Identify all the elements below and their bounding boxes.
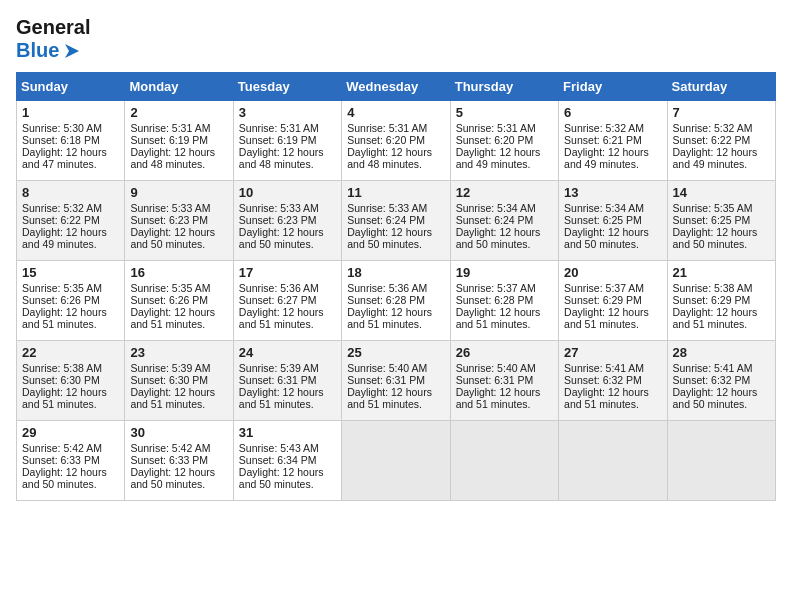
day-info-line: Sunrise: 5:31 AM (456, 122, 553, 134)
weekday-header-row: SundayMondayTuesdayWednesdayThursdayFrid… (17, 73, 776, 101)
day-info-line: and 51 minutes. (130, 318, 227, 330)
day-info-line: Daylight: 12 hours (130, 466, 227, 478)
day-number: 4 (347, 105, 444, 120)
day-info-line: Sunset: 6:25 PM (673, 214, 770, 226)
day-info-line: Daylight: 12 hours (22, 386, 119, 398)
day-number: 27 (564, 345, 661, 360)
day-info-line: Sunset: 6:22 PM (673, 134, 770, 146)
calendar-week-row: 29Sunrise: 5:42 AMSunset: 6:33 PMDayligh… (17, 421, 776, 501)
calendar-cell: 6Sunrise: 5:32 AMSunset: 6:21 PMDaylight… (559, 101, 667, 181)
calendar-cell: 25Sunrise: 5:40 AMSunset: 6:31 PMDayligh… (342, 341, 450, 421)
day-number: 8 (22, 185, 119, 200)
day-info-line: Daylight: 12 hours (239, 226, 336, 238)
day-info-line: and 50 minutes. (456, 238, 553, 250)
day-info-line: Daylight: 12 hours (673, 146, 770, 158)
day-info-line: Daylight: 12 hours (456, 386, 553, 398)
day-info-line: Daylight: 12 hours (347, 306, 444, 318)
day-info-line: Sunrise: 5:39 AM (130, 362, 227, 374)
logo-text-block: General Blue (16, 16, 90, 62)
day-info-line: and 51 minutes. (456, 318, 553, 330)
day-info-line: Daylight: 12 hours (673, 306, 770, 318)
day-info-line: Daylight: 12 hours (564, 386, 661, 398)
day-info-line: and 51 minutes. (564, 318, 661, 330)
day-info-line: Daylight: 12 hours (22, 226, 119, 238)
day-info-line: Sunset: 6:19 PM (130, 134, 227, 146)
day-number: 28 (673, 345, 770, 360)
day-info-line: Daylight: 12 hours (130, 146, 227, 158)
day-info-line: Sunset: 6:26 PM (22, 294, 119, 306)
logo-arrow-icon (61, 40, 83, 62)
day-number: 10 (239, 185, 336, 200)
day-info-line: Daylight: 12 hours (456, 146, 553, 158)
day-info-line: Sunrise: 5:41 AM (673, 362, 770, 374)
day-info-line: Sunrise: 5:42 AM (130, 442, 227, 454)
day-number: 22 (22, 345, 119, 360)
day-info-line: and 50 minutes. (347, 238, 444, 250)
logo-blue: Blue (16, 39, 83, 62)
calendar-cell (559, 421, 667, 501)
day-info-line: Sunset: 6:24 PM (347, 214, 444, 226)
day-number: 30 (130, 425, 227, 440)
calendar-week-row: 8Sunrise: 5:32 AMSunset: 6:22 PMDaylight… (17, 181, 776, 261)
calendar-cell: 8Sunrise: 5:32 AMSunset: 6:22 PMDaylight… (17, 181, 125, 261)
day-info-line: Sunrise: 5:35 AM (130, 282, 227, 294)
day-info-line: Sunrise: 5:36 AM (239, 282, 336, 294)
weekday-header-saturday: Saturday (667, 73, 775, 101)
calendar-cell: 31Sunrise: 5:43 AMSunset: 6:34 PMDayligh… (233, 421, 341, 501)
calendar-cell: 18Sunrise: 5:36 AMSunset: 6:28 PMDayligh… (342, 261, 450, 341)
day-info-line: and 51 minutes. (564, 398, 661, 410)
day-info-line: Sunset: 6:32 PM (564, 374, 661, 386)
day-info-line: and 50 minutes. (239, 238, 336, 250)
day-number: 2 (130, 105, 227, 120)
calendar-cell: 2Sunrise: 5:31 AMSunset: 6:19 PMDaylight… (125, 101, 233, 181)
day-info-line: Sunset: 6:30 PM (22, 374, 119, 386)
calendar-cell (450, 421, 558, 501)
calendar-cell: 26Sunrise: 5:40 AMSunset: 6:31 PMDayligh… (450, 341, 558, 421)
day-info-line: Sunrise: 5:37 AM (456, 282, 553, 294)
day-info-line: Sunset: 6:33 PM (22, 454, 119, 466)
day-number: 14 (673, 185, 770, 200)
day-info-line: Daylight: 12 hours (673, 386, 770, 398)
calendar-cell: 12Sunrise: 5:34 AMSunset: 6:24 PMDayligh… (450, 181, 558, 261)
day-info-line: Sunrise: 5:39 AM (239, 362, 336, 374)
day-info-line: Sunrise: 5:31 AM (347, 122, 444, 134)
calendar-cell (667, 421, 775, 501)
day-info-line: Daylight: 12 hours (456, 306, 553, 318)
calendar-cell: 11Sunrise: 5:33 AMSunset: 6:24 PMDayligh… (342, 181, 450, 261)
calendar-week-row: 1Sunrise: 5:30 AMSunset: 6:18 PMDaylight… (17, 101, 776, 181)
day-number: 18 (347, 265, 444, 280)
day-info-line: Daylight: 12 hours (239, 146, 336, 158)
day-info-line: Daylight: 12 hours (239, 306, 336, 318)
weekday-header-wednesday: Wednesday (342, 73, 450, 101)
calendar-cell: 29Sunrise: 5:42 AMSunset: 6:33 PMDayligh… (17, 421, 125, 501)
day-info-line: Sunset: 6:29 PM (564, 294, 661, 306)
day-info-line: Sunset: 6:20 PM (456, 134, 553, 146)
calendar-cell: 15Sunrise: 5:35 AMSunset: 6:26 PMDayligh… (17, 261, 125, 341)
day-info-line: and 49 minutes. (22, 238, 119, 250)
day-info-line: Daylight: 12 hours (347, 226, 444, 238)
day-info-line: Daylight: 12 hours (347, 386, 444, 398)
calendar-cell: 22Sunrise: 5:38 AMSunset: 6:30 PMDayligh… (17, 341, 125, 421)
day-info-line: Sunrise: 5:31 AM (130, 122, 227, 134)
day-info-line: Sunset: 6:31 PM (456, 374, 553, 386)
calendar-cell: 19Sunrise: 5:37 AMSunset: 6:28 PMDayligh… (450, 261, 558, 341)
day-info-line: Sunset: 6:32 PM (673, 374, 770, 386)
day-number: 3 (239, 105, 336, 120)
day-info-line: Sunrise: 5:35 AM (22, 282, 119, 294)
day-info-line: Sunset: 6:34 PM (239, 454, 336, 466)
calendar-cell: 16Sunrise: 5:35 AMSunset: 6:26 PMDayligh… (125, 261, 233, 341)
calendar-cell: 14Sunrise: 5:35 AMSunset: 6:25 PMDayligh… (667, 181, 775, 261)
day-info-line: Sunset: 6:29 PM (673, 294, 770, 306)
day-number: 13 (564, 185, 661, 200)
day-info-line: and 50 minutes. (673, 238, 770, 250)
day-number: 20 (564, 265, 661, 280)
day-number: 16 (130, 265, 227, 280)
calendar-cell: 3Sunrise: 5:31 AMSunset: 6:19 PMDaylight… (233, 101, 341, 181)
day-number: 12 (456, 185, 553, 200)
day-info-line: Daylight: 12 hours (130, 386, 227, 398)
calendar-cell (342, 421, 450, 501)
day-number: 25 (347, 345, 444, 360)
day-number: 29 (22, 425, 119, 440)
day-info-line: Sunset: 6:23 PM (239, 214, 336, 226)
calendar-cell: 30Sunrise: 5:42 AMSunset: 6:33 PMDayligh… (125, 421, 233, 501)
